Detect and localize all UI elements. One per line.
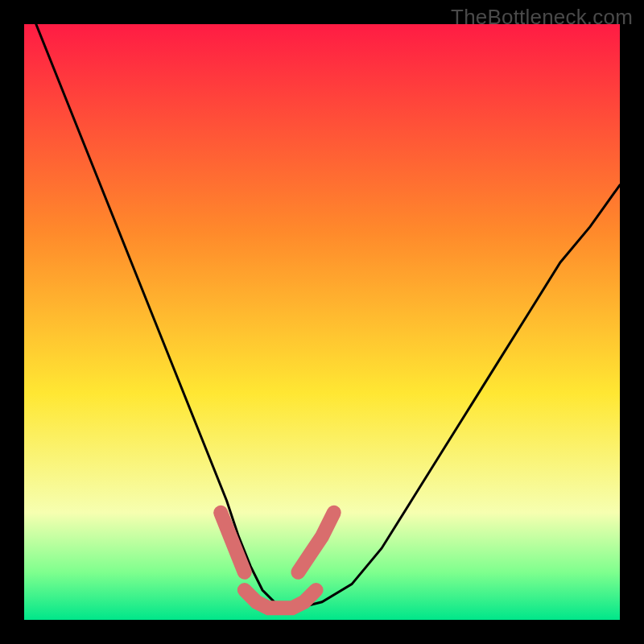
chart-frame: TheBottleneck.com — [0, 0, 644, 644]
chart-svg — [24, 24, 620, 620]
plot-area — [24, 24, 620, 620]
watermark: TheBottleneck.com — [451, 5, 633, 30]
